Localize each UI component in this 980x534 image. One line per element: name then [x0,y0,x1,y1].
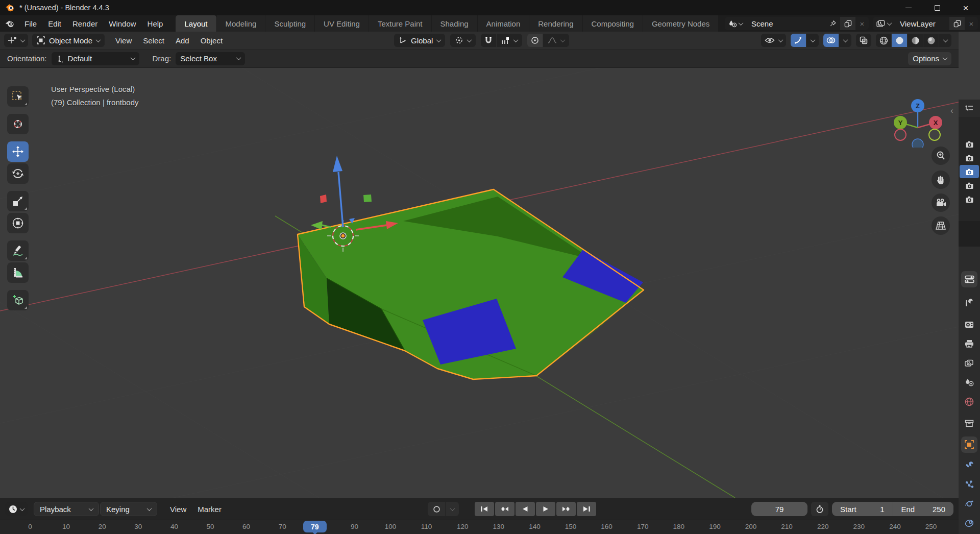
shading-material-button[interactable] [908,34,923,47]
outliner-camera-toggle[interactable] [960,179,979,192]
proportional-editing-toggle[interactable] [527,34,543,47]
show-overlays-toggle[interactable] [823,34,839,47]
tab-compositing[interactable]: Compositing [583,15,643,32]
editor-type-button[interactable] [4,34,28,47]
ruler-tick[interactable]: 10 [62,523,70,530]
playback-menu[interactable]: Playback [34,502,99,516]
current-frame-field[interactable]: 79 [751,502,807,516]
nav-axis-x-negative[interactable] [895,129,906,140]
ruler-tick[interactable]: 50 [206,523,214,530]
tab-modeling[interactable]: Modeling [217,15,266,32]
menu-edit[interactable]: Edit [42,15,67,32]
nav-axis-y-negative[interactable] [929,129,940,140]
mesh-frontbody[interactable] [298,189,644,379]
properties-tab-render[interactable] [961,316,977,332]
camera-view-button[interactable] [932,193,950,212]
options-dropdown[interactable]: Options [908,52,951,65]
properties-tab-tool[interactable] [961,294,977,310]
ruler-tick[interactable]: 200 [745,523,757,530]
ruler-tick[interactable]: 240 [889,523,901,530]
scene-browse-button[interactable] [725,17,746,30]
snap-target-dropdown[interactable] [497,34,522,47]
ruler-tick[interactable]: 30 [134,523,142,530]
properties-tab-object[interactable] [961,436,977,453]
tool-transform[interactable] [7,213,29,233]
tab-layout[interactable]: Layout [176,15,216,32]
tool-rotate[interactable] [7,163,29,184]
tool-scale[interactable] [7,191,29,211]
tool-select-box[interactable] [7,86,29,107]
nav-axis-z-negative[interactable] [912,139,923,148]
properties-tab-collection[interactable] [961,415,977,431]
timeline-menu-view[interactable]: View [164,505,192,514]
tab-sculpting[interactable]: Sculpting [265,15,315,32]
ruler-tick[interactable]: 230 [853,523,865,530]
ruler-tick[interactable]: 140 [529,523,541,530]
menu-object[interactable]: Object [195,36,228,45]
tool-move[interactable] [7,141,29,162]
menu-render[interactable]: Render [67,15,103,32]
tab-geometry-nodes[interactable]: Geometry Nodes [643,15,719,32]
ruler-tick[interactable]: 160 [601,523,612,530]
ruler-tick[interactable]: 20 [99,523,106,530]
properties-editor-button[interactable] [961,271,977,287]
ruler-tick[interactable]: 70 [279,523,286,530]
menu-window[interactable]: Window [103,15,141,32]
tool-add-cube[interactable] [7,290,29,310]
maximize-button[interactable] [923,0,951,15]
ruler-tick[interactable]: 110 [421,523,432,530]
jump-to-start-button[interactable] [475,502,494,516]
shading-wireframe-button[interactable] [876,34,891,47]
viewlayer-browse-button[interactable] [873,17,895,30]
show-gizmo-toggle[interactable] [791,34,806,47]
zoom-button[interactable] [932,147,950,165]
viewlayer-new-button[interactable] [949,17,965,30]
play-reverse-button[interactable] [516,502,535,516]
menu-select[interactable]: Select [137,36,170,45]
next-keyframe-button[interactable] [556,502,576,516]
outliner-camera-toggle-active[interactable] [960,165,979,178]
ruler-tick[interactable]: 120 [457,523,469,530]
properties-tab-world[interactable] [961,394,977,410]
ruler-tick[interactable]: 100 [385,523,397,530]
properties-tab-constraints[interactable] [961,515,977,531]
proportional-falloff-dropdown[interactable] [543,34,569,47]
outliner-camera-toggle[interactable] [960,192,979,206]
ruler-tick[interactable]: 40 [170,523,178,530]
minimize-button[interactable] [894,0,923,15]
menu-help[interactable]: Help [142,15,169,32]
ruler-tick[interactable]: 150 [565,523,577,530]
auto-keying-dropdown[interactable] [446,502,459,516]
shading-solid-button[interactable] [892,34,907,47]
outliner-camera-toggle[interactable] [960,137,979,151]
ruler-tick[interactable]: 210 [781,523,793,530]
properties-tab-output[interactable] [961,335,977,352]
shading-dropdown[interactable] [939,34,951,47]
auto-keying-toggle[interactable] [428,502,445,516]
properties-tab-physics[interactable] [961,496,977,512]
outliner-header[interactable] [959,100,980,117]
properties-tab-scene[interactable] [961,374,977,391]
overlays-dropdown[interactable] [839,34,851,47]
properties-tab-modifiers[interactable] [961,457,977,473]
close-button[interactable]: × [951,0,980,15]
tab-shading[interactable]: Shading [432,15,478,32]
viewlayer-name[interactable]: ViewLayer [895,19,949,28]
xray-toggle[interactable] [856,34,871,47]
orientation-default-dropdown[interactable]: Default [52,52,139,65]
timeline-ruler[interactable]: 79 0102030405060709010011012013014015016… [0,520,959,534]
blender-app-menu-icon[interactable] [0,15,19,32]
menu-file[interactable]: File [19,15,42,32]
properties-tab-particles[interactable] [961,476,977,493]
properties-tab-view-layer[interactable] [961,355,977,371]
outliner-camera-toggle[interactable] [960,151,979,164]
ruler-tick[interactable]: 170 [637,523,649,530]
preview-range-toggle[interactable] [811,502,828,516]
frame-start-field[interactable]: Start 1 [832,502,893,516]
ruler-tick[interactable]: 250 [925,523,937,530]
ruler-tick[interactable]: 130 [493,523,505,530]
snap-toggle[interactable] [481,34,496,47]
ruler-tick[interactable]: 0 [28,523,32,530]
tool-measure[interactable] [7,262,29,283]
play-button[interactable] [536,502,555,516]
